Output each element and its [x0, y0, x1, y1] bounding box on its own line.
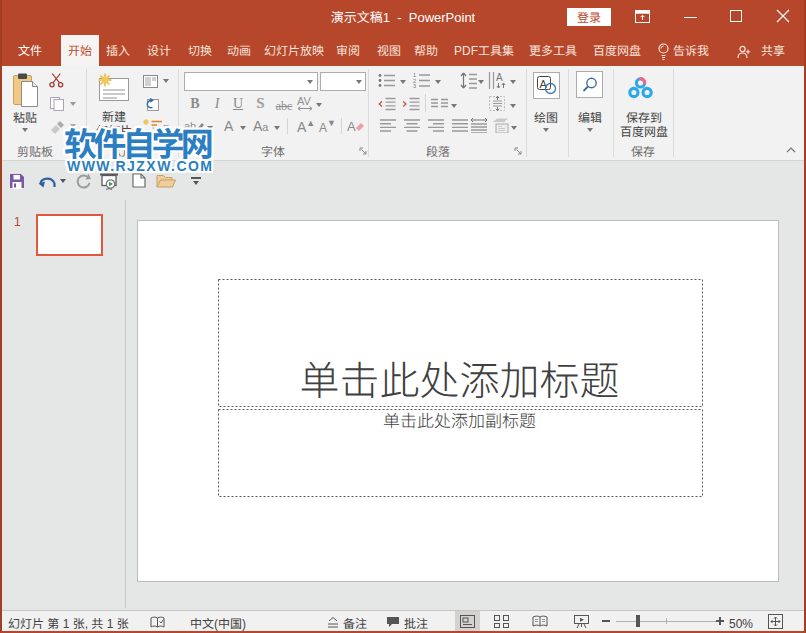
svg-text:3: 3: [413, 83, 416, 88]
svg-text:A: A: [347, 119, 356, 134]
svg-text:A: A: [540, 78, 548, 90]
svg-text:AV: AV: [297, 96, 312, 107]
svg-text:A: A: [496, 72, 503, 83]
